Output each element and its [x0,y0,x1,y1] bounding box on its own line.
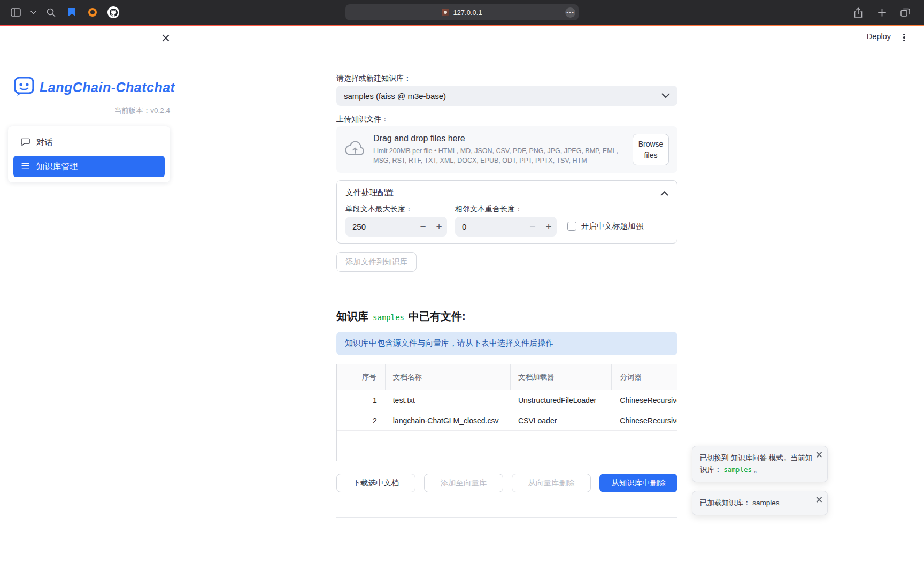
deploy-button[interactable]: Deploy [867,32,891,41]
screen: 127.0.0.1 ••• LangChain-Chatchat [0,0,924,578]
sidebar-item-chat[interactable]: 对话 [13,132,165,153]
sidebar: LangChain-Chatchat 当前版本：v0.2.4 对话 知识库管理 [0,26,179,578]
expander-title: 文件处理配置 [345,188,394,198]
cloud-upload-icon [345,141,365,159]
page-settings-icon[interactable]: ••• [565,7,575,18]
browse-files-button[interactable]: Browse files [633,134,669,165]
nav-menu: 对话 知识库管理 [8,126,170,182]
cell-doc-name: test.txt [386,390,511,410]
chunk-size-value: 250 [345,222,415,231]
table-header-cell[interactable]: 文档加载器 [511,364,612,390]
cell-index: 1 [337,390,386,410]
version-label: 当前版本：v0.2.4 [114,106,170,116]
browser-toolbar: 127.0.0.1 ••• [0,0,924,25]
info-banner: 知识库中包含源文件与向量库，请从下表中选择文件后操作 [336,332,677,355]
new-tab-icon[interactable] [875,5,889,19]
table-row[interactable]: 2 langchain-ChatGLM_closed.csv CSVLoader… [337,410,677,431]
logo-chat-icon [13,75,35,99]
add-to-vector-button[interactable]: 添加至向量库 [424,474,503,492]
database-icon [20,161,30,173]
share-icon[interactable] [851,5,865,19]
download-selected-button[interactable]: 下载选中文档 [336,474,415,492]
table-header-row: 序号 文档名称 文档加载器 分词器 [337,364,677,390]
divider [336,517,677,518]
kb-select-label: 请选择或新建知识库： [336,74,411,83]
files-heading: 知识库 samples 中已有文件: [336,309,466,324]
app-logo: LangChain-Chatchat [13,75,175,99]
sidebar-item-label: 对话 [36,137,53,148]
kb-name-code: samples [373,313,404,322]
extension-ring-icon[interactable] [86,5,99,19]
chat-bubble-icon [20,136,30,149]
chunk-size-input[interactable]: 250 − + [345,217,447,237]
table-actions: 下载选中文档 添加至向量库 从向量库删除 从知识库中删除 [336,474,677,492]
sidebar-item-kb-management[interactable]: 知识库管理 [13,156,165,177]
toast-text: 。 [754,466,761,474]
decrement-icon[interactable]: − [525,221,541,233]
overlap-label: 相邻文本重合长度： [455,204,522,214]
delete-from-vector-button[interactable]: 从向量库删除 [512,474,591,492]
overlap-input[interactable]: 0 − + [455,217,557,237]
table-header-cell[interactable]: 序号 [337,364,386,390]
chevron-up-icon[interactable] [660,188,668,198]
app-page: LangChain-Chatchat 当前版本：v0.2.4 对话 知识库管理 [0,26,924,578]
divider [336,293,677,293]
tab-overview-icon[interactable] [898,5,912,19]
file-dropzone[interactable]: Drag and drop files here Limit 200MB per… [336,126,677,173]
zh-title-checkbox[interactable]: 开启中文标题加强 [567,221,643,231]
sidebar-item-label: 知识库管理 [36,161,78,172]
kb-selectbox[interactable]: samples (faiss @ m3e-base) [336,86,677,106]
decrement-icon[interactable]: − [415,221,431,233]
sidebar-toggle-icon[interactable] [9,5,22,19]
cell-index: 2 [337,410,386,430]
files-heading-suffix: 中已有文件: [409,309,466,324]
close-icon[interactable] [815,496,822,503]
delete-from-kb-button[interactable]: 从知识库中删除 [599,474,677,492]
table-empty-area [337,431,677,461]
dropzone-title: Drag and drop files here [373,134,625,143]
cell-loader: UnstructuredFileLoader [511,390,612,410]
upload-label: 上传知识文件： [336,115,389,124]
cell-doc-name: langchain-ChatGLM_closed.csv [386,410,511,430]
checkbox-label: 开启中文标题加强 [581,221,643,231]
kb-selected-value: samples (faiss @ m3e-base) [344,92,661,101]
github-icon[interactable] [106,5,120,19]
add-files-button[interactable]: 添加文件到知识库 [336,252,417,272]
overflow-menu-icon[interactable] [899,33,909,42]
checkbox-box-icon[interactable] [567,222,576,231]
toast-kb-name: samples [752,499,779,507]
files-table: 序号 文档名称 文档加载器 分词器 1 test.txt Unstructure… [336,364,677,461]
toast-text: 已加载知识库： [700,499,751,507]
chevron-down-icon[interactable] [29,5,37,19]
files-heading-prefix: 知识库 [336,309,368,324]
site-favicon-icon [442,9,449,16]
table-row[interactable]: 1 test.txt UnstructuredFileLoader Chines… [337,390,677,410]
config-expander: 文件处理配置 单段文本最大长度： 250 − + 相邻文本重合长度： 0 − + [336,180,677,244]
overlap-value: 0 [455,222,525,231]
cell-splitter: ChineseRecursive [612,410,677,430]
table-header-cell[interactable]: 文档名称 [386,364,511,390]
search-icon[interactable] [44,5,58,19]
cell-splitter: ChineseRecursive [612,390,677,410]
address-bar[interactable]: 127.0.0.1 ••• [345,4,579,20]
dropzone-limit-text: Limit 200MB per file • HTML, MD, JSON, C… [373,146,625,165]
toast-mode-switched: 已切换到 知识库问答 模式。当前知识库： samples 。 [692,446,828,482]
close-icon[interactable] [815,451,822,458]
url-text: 127.0.0.1 [453,9,482,17]
logo-text: LangChain-Chatchat [40,80,175,95]
kb-name-code: samples [723,466,752,474]
sidebar-close-icon[interactable] [161,33,171,43]
table-header-cell[interactable]: 分词器 [612,364,677,390]
increment-icon[interactable]: + [541,221,557,233]
increment-icon[interactable]: + [431,221,447,233]
toast-kb-loaded: 已加载知识库： samples [692,491,828,515]
chevron-down-icon [661,91,670,101]
cell-loader: CSVLoader [511,410,612,430]
extension-flag-icon[interactable] [65,5,79,19]
chunk-size-label: 单段文本最大长度： [345,204,413,214]
